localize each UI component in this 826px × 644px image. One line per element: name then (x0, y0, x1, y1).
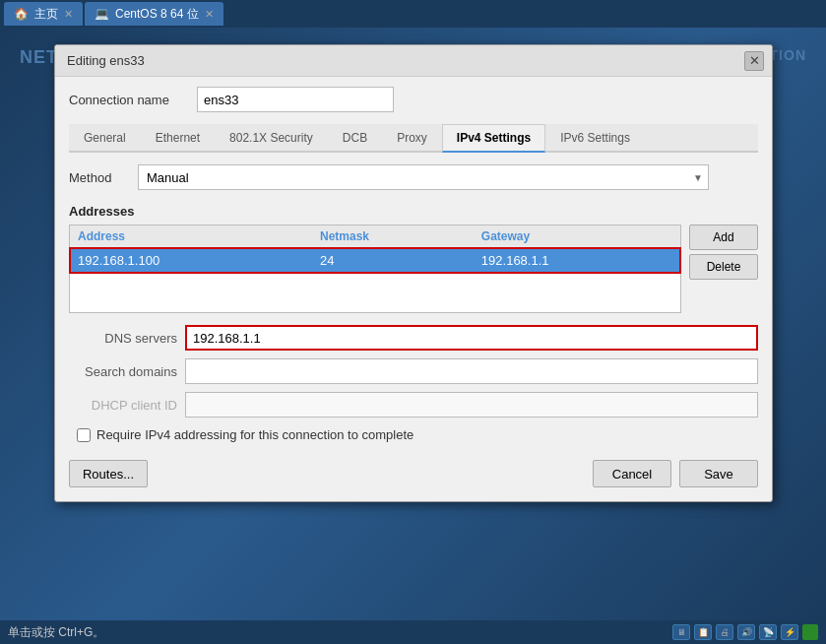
status-icon-4: 🔊 (737, 624, 755, 640)
col-address: Address (70, 225, 312, 248)
method-select[interactable]: Manual Automatic (DHCP) Link-Local Only … (138, 164, 709, 190)
addresses-title: Addresses (69, 204, 758, 219)
bottom-row: Routes... Cancel Save (69, 456, 758, 491)
tabs-bar: General Ethernet 802.1X Security DCB Pro… (69, 124, 758, 153)
save-button[interactable]: Save (679, 460, 758, 487)
tab-general[interactable]: General (69, 124, 141, 153)
status-icon-5: 📡 (759, 624, 777, 640)
dns-input[interactable] (185, 325, 758, 351)
dns-label: DNS servers (69, 331, 177, 346)
status-icon-2: 📋 (694, 624, 712, 640)
connection-name-label: Connection name (69, 93, 187, 107)
routes-button[interactable]: Routes... (69, 460, 148, 487)
dhcp-label: DHCP client ID (69, 398, 177, 413)
status-green-indicator (802, 624, 818, 640)
dialog-close-button[interactable]: ✕ (744, 51, 764, 71)
dns-row: DNS servers (69, 325, 758, 351)
tab-proxy[interactable]: Proxy (382, 124, 442, 153)
address-table: Address Netmask Gateway 192.168.1.100 24… (70, 225, 680, 312)
connection-name-input[interactable] (197, 87, 394, 112)
status-icon-1: 🖥 (672, 624, 690, 640)
cancel-button[interactable]: Cancel (593, 460, 671, 487)
tab-home-close[interactable]: ✕ (64, 8, 73, 21)
taskbar: 🏠 主页 ✕ 💻 CentOS 8 64 位 ✕ (0, 0, 826, 28)
tab-centos-close[interactable]: ✕ (205, 8, 214, 21)
dialog-body: Connection name General Ethernet 802.1X … (55, 77, 772, 501)
cell-gateway: 192.168.1.1 (474, 248, 680, 274)
method-label: Method (69, 170, 128, 185)
status-icon-6: ⚡ (781, 624, 798, 640)
delete-button[interactable]: Delete (689, 254, 758, 280)
search-domains-row: Search domains (69, 358, 758, 384)
cell-netmask: 24 (312, 248, 474, 274)
method-row: Method Manual Automatic (DHCP) Link-Loca… (69, 164, 758, 190)
status-icon-3: 🖨 (716, 624, 733, 640)
tab-centos[interactable]: 💻 CentOS 8 64 位 ✕ (85, 2, 223, 26)
home-icon: 🏠 (14, 7, 29, 21)
tab-ethernet[interactable]: Ethernet (141, 124, 215, 153)
col-gateway: Gateway (474, 225, 680, 248)
tab-centos-label: CentOS 8 64 位 (115, 6, 199, 23)
statusbar: 单击或按 Ctrl+G。 🖥 📋 🖨 🔊 📡 ⚡ (0, 620, 826, 644)
method-select-wrap: Manual Automatic (DHCP) Link-Local Only … (138, 164, 709, 190)
checkbox-label: Require IPv4 addressing for this connect… (96, 427, 413, 442)
table-row[interactable]: 192.168.1.100 24 192.168.1.1 (70, 248, 680, 274)
addresses-container: Address Netmask Gateway 192.168.1.100 24… (69, 225, 758, 313)
dhcp-row: DHCP client ID (69, 392, 758, 418)
tab-ipv4[interactable]: IPv4 Settings (442, 124, 545, 153)
tab-8021x[interactable]: 802.1X Security (215, 124, 328, 153)
checkbox-row: Require IPv4 addressing for this connect… (69, 427, 758, 442)
connection-name-row: Connection name (69, 87, 758, 112)
search-domains-label: Search domains (69, 364, 177, 379)
tab-home[interactable]: 🏠 主页 ✕ (4, 2, 83, 26)
addresses-table: Address Netmask Gateway 192.168.1.100 24… (69, 225, 681, 313)
address-buttons: Add Delete (689, 225, 758, 313)
editing-dialog: Editing ens33 ✕ Connection name General … (54, 44, 773, 502)
cell-address: 192.168.1.100 (70, 248, 312, 274)
status-text: 单击或按 Ctrl+G。 (8, 624, 104, 641)
tab-home-label: 主页 (34, 6, 58, 23)
require-ipv4-checkbox[interactable] (77, 428, 91, 442)
add-button[interactable]: Add (689, 225, 758, 250)
col-netmask: Netmask (312, 225, 474, 248)
status-icons: 🖥 📋 🖨 🔊 📡 ⚡ (672, 624, 818, 640)
tab-ipv6[interactable]: IPv6 Settings (545, 124, 645, 153)
action-buttons: Cancel Save (593, 460, 758, 487)
tab-dcb[interactable]: DCB (328, 124, 382, 153)
dialog-titlebar: Editing ens33 ✕ (55, 45, 772, 77)
vm-icon: 💻 (95, 7, 109, 21)
dialog-title: Editing ens33 (67, 53, 145, 68)
dhcp-input[interactable] (185, 392, 758, 418)
search-domains-input[interactable] (185, 358, 758, 384)
